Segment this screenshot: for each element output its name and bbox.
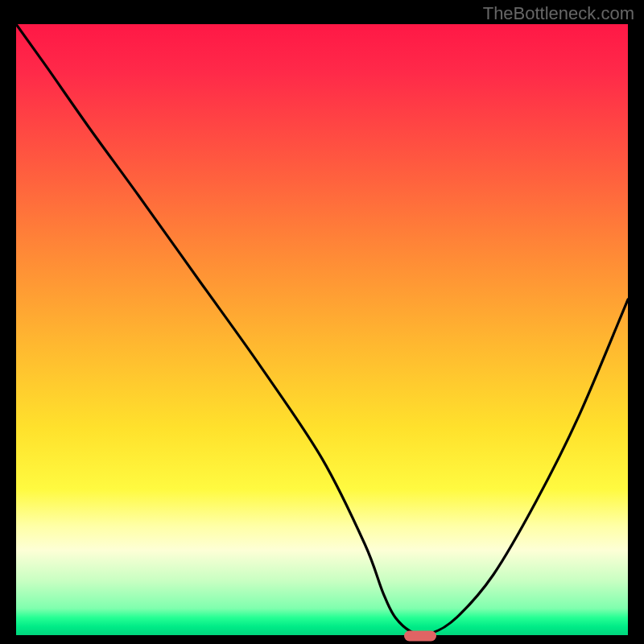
bottleneck-curve-path xyxy=(16,24,628,635)
curve-svg xyxy=(16,24,628,636)
watermark-text: TheBottleneck.com xyxy=(483,3,634,24)
optimal-marker xyxy=(404,631,436,642)
chart-container: TheBottleneck.com xyxy=(0,0,644,644)
plot-area xyxy=(16,24,628,636)
